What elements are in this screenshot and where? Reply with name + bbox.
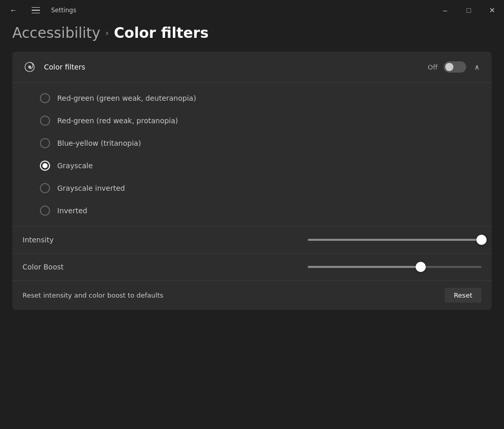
radio-list: Red-green (green weak, deuteranopia) Red… [12,83,492,226]
intensity-slider-container [308,239,482,241]
radio-label-inverted: Inverted [57,207,87,215]
color-filters-card: Color filters Off ∧ Red-green (green wea… [12,52,492,310]
color-boost-slider-container [308,266,482,268]
radio-label-grayscale-inverted: Grayscale inverted [57,184,125,192]
breadcrumb-current: Color filters [114,25,209,41]
toggle-label: Off [428,63,438,71]
intensity-label: Intensity [22,236,54,244]
intensity-row: Intensity [12,226,492,253]
radio-item-inverted[interactable]: Inverted [40,199,482,222]
reset-label: Reset intensity and color boost to defau… [22,291,164,299]
color-boost-slider-track [308,266,482,268]
window-controls: – □ ✕ [433,2,504,18]
radio-item-grayscale[interactable]: Grayscale [40,154,482,177]
radio-circle-grayscale[interactable] [40,161,50,171]
card-title: Color filters [44,63,85,71]
radio-label-grayscale: Grayscale [57,162,93,170]
hamburger-line-1 [32,7,40,8]
color-boost-slider-thumb[interactable] [416,262,426,272]
hamburger-line-3 [32,13,40,14]
reset-row: Reset intensity and color boost to defau… [12,280,492,310]
hamburger-button[interactable] [27,1,45,19]
main-content: Color filters Off ∧ Red-green (green wea… [0,52,504,310]
color-boost-label: Color Boost [22,263,64,271]
window-title: Settings [51,7,76,14]
radio-item-blue-yellow[interactable]: Blue-yellow (tritanopia) [40,132,482,154]
collapse-button[interactable]: ∧ [472,61,482,73]
radio-circle-red-green-strong[interactable] [40,116,50,126]
toggle-knob [445,63,453,71]
color-boost-row: Color Boost [12,253,492,280]
radio-circle-red-green-weak[interactable] [40,93,50,103]
radio-item-red-green-strong[interactable]: Red-green (red weak, protanopia) [40,109,482,132]
breadcrumb: Accessibility › Color filters [0,20,504,52]
radio-circle-blue-yellow[interactable] [40,138,50,148]
radio-label-blue-yellow: Blue-yellow (tritanopia) [57,139,141,147]
breadcrumb-separator: › [105,28,108,38]
radio-circle-grayscale-inverted[interactable] [40,183,50,193]
reset-button[interactable]: Reset [445,288,482,303]
radio-circle-inverted[interactable] [40,206,50,216]
radio-options-body: Red-green (green weak, deuteranopia) Red… [12,83,492,310]
intensity-slider-thumb[interactable] [476,235,487,245]
radio-label-red-green-weak: Red-green (green weak, deuteranopia) [57,94,196,102]
radio-label-red-green-strong: Red-green (red weak, protanopia) [57,117,178,125]
color-boost-slider-fill [308,266,421,268]
minimize-button[interactable]: – [433,2,457,18]
back-button[interactable]: ← [6,3,20,17]
color-filters-toggle[interactable] [444,61,466,73]
breadcrumb-parent[interactable]: Accessibility [12,25,100,41]
close-button[interactable]: ✕ [480,2,504,18]
title-bar-left: ← Settings [6,1,76,19]
title-bar: ← Settings – □ ✕ [0,0,504,20]
radio-item-grayscale-inverted[interactable]: Grayscale inverted [40,177,482,199]
card-header: Color filters Off ∧ [12,52,492,83]
intensity-slider-fill [308,239,482,241]
color-filters-icon [22,60,37,74]
intensity-slider-track [308,239,482,241]
card-header-left: Color filters [22,60,85,74]
hamburger-line-2 [32,10,40,11]
radio-item-red-green-weak[interactable]: Red-green (green weak, deuteranopia) [40,87,482,109]
card-header-right: Off ∧ [428,61,482,73]
maximize-button[interactable]: □ [457,2,480,18]
svg-point-1 [28,65,31,69]
